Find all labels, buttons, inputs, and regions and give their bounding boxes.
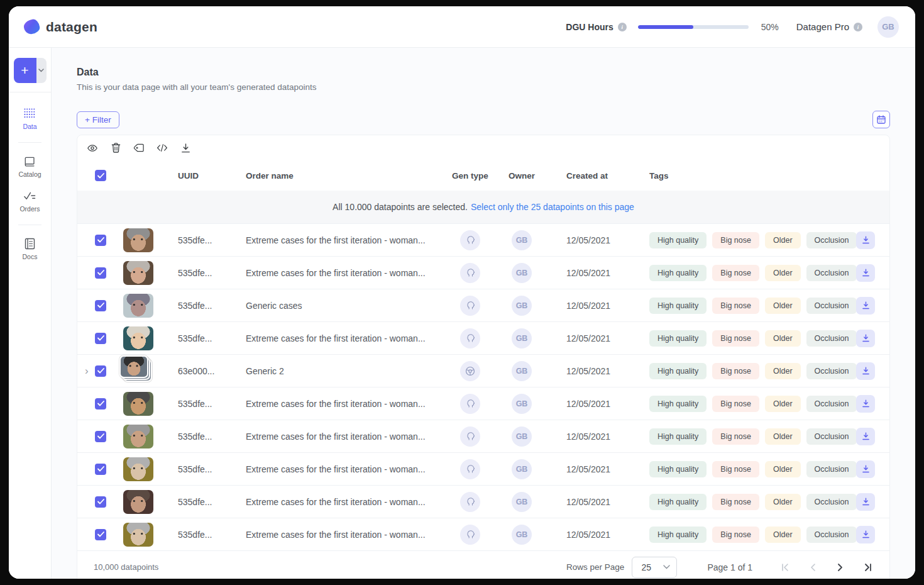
user-avatar[interactable]: GB: [877, 16, 899, 38]
tag-pill: Big nose: [712, 298, 759, 314]
row-checkbox[interactable]: [95, 365, 106, 377]
code-icon[interactable]: [157, 142, 168, 153]
column-header-created-at[interactable]: Created at: [550, 171, 642, 181]
row-download-button[interactable]: [856, 362, 875, 380]
tag-pill: Big nose: [712, 232, 759, 248]
tag-pill: Older: [765, 232, 801, 248]
preview-eye-icon[interactable]: [87, 142, 98, 153]
info-icon[interactable]: i: [618, 23, 627, 31]
row-download-button[interactable]: [856, 330, 875, 347]
row-checkbox[interactable]: [95, 235, 106, 246]
table-row[interactable]: › 535dfe... Extreme cases for the first …: [77, 485, 889, 518]
plus-icon[interactable]: +: [14, 58, 36, 83]
row-checkbox[interactable]: [95, 464, 106, 475]
row-uuid: 535dfe...: [165, 432, 239, 442]
tag-pill: Older: [765, 396, 801, 412]
sidebar-item-orders[interactable]: Orders: [18, 184, 41, 218]
selection-banner-text: All 10.000 datapoints are selected.: [333, 202, 468, 212]
previous-page-button[interactable]: [806, 561, 819, 574]
last-page-button[interactable]: [862, 561, 874, 574]
row-download-button[interactable]: [856, 526, 875, 543]
datapoint-thumbnail[interactable]: [123, 294, 153, 318]
row-created-at: 12/05/2021: [550, 530, 642, 540]
face-profile-icon: [460, 492, 480, 512]
table-row[interactable]: › 535dfe... Extreme cases for the first …: [77, 420, 889, 452]
row-download-button[interactable]: [856, 231, 875, 249]
column-header-uuid[interactable]: UUID: [165, 171, 239, 181]
datapoint-thumbnail[interactable]: [123, 457, 153, 481]
row-download-button[interactable]: [856, 460, 875, 478]
tag-pill: High quality: [649, 298, 707, 314]
sidebar-item-label: Docs: [23, 253, 38, 260]
row-checkbox[interactable]: [95, 333, 106, 344]
next-page-button[interactable]: [834, 561, 847, 574]
datapoint-thumbnail[interactable]: [123, 523, 153, 547]
sidebar-item-label: Orders: [19, 205, 40, 213]
table-row[interactable]: › 535dfe... Extreme cases for the first …: [77, 387, 889, 420]
row-uuid: 63e000...: [165, 366, 239, 376]
row-order-name: Generic 2: [239, 366, 447, 376]
controls-row: + Filter: [77, 111, 890, 128]
bulk-actions-toolbar: [77, 135, 889, 160]
first-page-button[interactable]: [779, 561, 791, 574]
delete-trash-icon[interactable]: [110, 142, 121, 153]
datapoint-thumbnail[interactable]: [123, 490, 153, 514]
row-uuid: 535dfe...: [165, 301, 239, 311]
datapoint-thumbnail[interactable]: [123, 326, 153, 350]
row-download-button[interactable]: [856, 297, 875, 315]
tag-pill: Big nose: [712, 526, 759, 543]
brand-name: datagen: [46, 20, 97, 35]
sidebar-divider: [9, 92, 51, 92]
tag-pill: Older: [765, 461, 801, 477]
chevron-down-icon[interactable]: [36, 58, 47, 83]
row-checkbox[interactable]: [95, 267, 106, 279]
rows-per-page-select[interactable]: 25: [632, 557, 677, 578]
row-download-button[interactable]: [856, 428, 875, 445]
row-checkbox[interactable]: [95, 529, 106, 540]
row-download-button[interactable]: [856, 264, 875, 282]
calendar-button[interactable]: [872, 111, 890, 128]
row-checkbox[interactable]: [95, 300, 106, 311]
row-download-button[interactable]: [856, 395, 875, 413]
brand-logo[interactable]: datagen: [24, 20, 97, 35]
table-row[interactable]: › 535dfe... Extreme cases for the first …: [77, 452, 889, 485]
tag-icon[interactable]: [133, 142, 145, 153]
table-row[interactable]: › 63e000... Generic 2 GB 12/05/2021 High…: [77, 354, 889, 387]
column-header-order-name[interactable]: Order name: [239, 171, 447, 181]
datapoint-thumbnail-stack[interactable]: [121, 357, 155, 385]
datapoint-thumbnail[interactable]: [123, 228, 153, 252]
row-created-at: 12/05/2021: [550, 432, 642, 442]
table-row[interactable]: › 535dfe... Extreme cases for the first …: [77, 223, 889, 256]
table-row[interactable]: › 535dfe... Generic cases GB 12/05/2021 …: [77, 289, 889, 321]
datapoint-thumbnail[interactable]: [123, 261, 153, 285]
datapoint-thumbnail[interactable]: [123, 392, 153, 416]
new-datapoint-split-button[interactable]: +: [14, 58, 47, 83]
row-order-name: Extreme cases for the first iteration - …: [239, 333, 447, 343]
download-icon[interactable]: [180, 142, 191, 153]
sidebar-item-catalog[interactable]: Catalog: [18, 149, 41, 184]
table-row[interactable]: › 535dfe... Extreme cases for the first …: [77, 518, 889, 550]
row-uuid: 535dfe...: [165, 497, 239, 507]
select-all-checkbox[interactable]: [95, 170, 106, 181]
chevron-down-icon: [663, 565, 670, 569]
row-checkbox[interactable]: [95, 496, 106, 508]
filter-button[interactable]: + Filter: [77, 111, 119, 128]
sidebar-item-docs[interactable]: Docs: [18, 231, 41, 266]
dgu-progress-fill: [638, 25, 693, 29]
select-page-only-link[interactable]: Select only the 25 datapoints on this pa…: [471, 202, 634, 212]
tag-pill: Older: [765, 265, 801, 281]
row-checkbox[interactable]: [95, 398, 106, 410]
row-checkbox[interactable]: [95, 431, 106, 442]
row-download-button[interactable]: [856, 493, 875, 511]
column-header-owner[interactable]: Owner: [493, 171, 550, 181]
column-header-tags[interactable]: Tags: [642, 171, 844, 181]
column-header-gen-type[interactable]: Gen type: [447, 171, 493, 181]
table-row[interactable]: › 535dfe... Extreme cases for the first …: [77, 256, 889, 289]
expand-chevron-icon[interactable]: ›: [85, 365, 94, 376]
info-icon[interactable]: i: [854, 23, 862, 31]
datapoint-thumbnail[interactable]: [123, 425, 153, 448]
table-row[interactable]: › 535dfe... Extreme cases for the first …: [77, 321, 889, 354]
tag-pill: High quality: [649, 494, 707, 510]
sidebar-item-data[interactable]: Data: [18, 101, 41, 136]
row-created-at: 12/05/2021: [550, 235, 642, 245]
